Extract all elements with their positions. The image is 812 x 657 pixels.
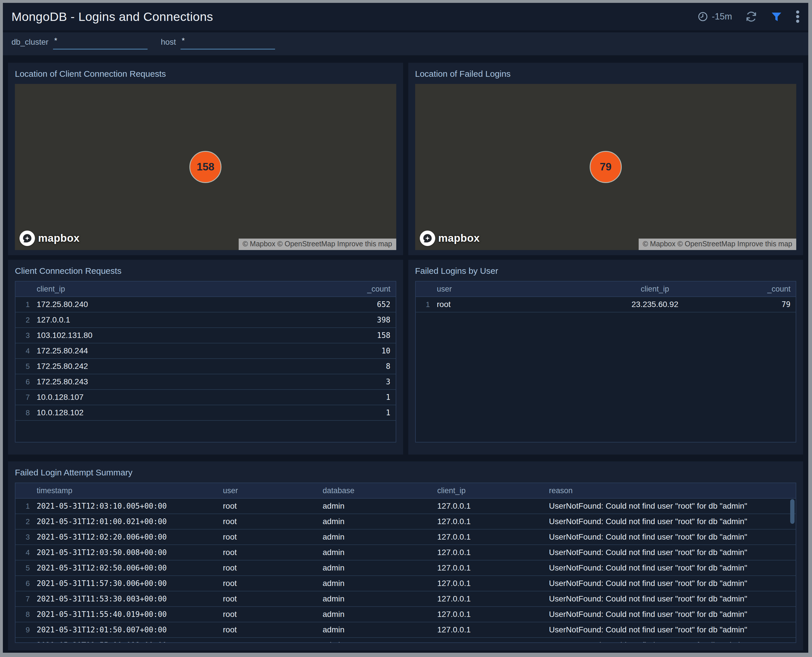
- marker-count: 79: [600, 161, 611, 173]
- failed-logins-map-canvas[interactable]: 79 mapbox © Mapbox © OpenStreetMap Impro…: [415, 84, 796, 250]
- row-number: 2: [16, 517, 34, 526]
- mapbox-logo-link[interactable]: mapbox: [19, 230, 79, 246]
- cell-client-ip: 127.0.0.1: [34, 315, 333, 324]
- column-header-user: user: [434, 285, 577, 294]
- row-number: 5: [16, 362, 34, 371]
- refresh-icon: [745, 11, 757, 23]
- row-number: 6: [16, 377, 34, 386]
- kebab-menu-icon: [796, 10, 800, 23]
- cell-client-ip: 127.0.0.1: [437, 501, 549, 511]
- page-title: MongoDB - Logins and Connections: [11, 10, 213, 24]
- panel-title: Failed Login Attempt Summary: [15, 468, 796, 478]
- table-row: 8 2021-05-31T11:55:40.019+00:00 root adm…: [16, 607, 796, 622]
- summary-scrollbar-thumb[interactable]: [790, 499, 795, 524]
- cell-count: 3: [333, 377, 396, 386]
- row-number: 9: [16, 626, 34, 634]
- time-range-control[interactable]: -15m: [698, 11, 732, 22]
- table-row: 9 2021-05-31T12:01:50.007+00:00 root adm…: [16, 622, 796, 638]
- cell-timestamp: 2021-05-31T12:01:50.007+00:00: [34, 626, 223, 634]
- cell-reason: UserNotFound: Could not find user "root"…: [549, 625, 796, 634]
- cell-client-ip: 127.0.0.1: [437, 610, 549, 619]
- cell-client-ip: 127.0.0.1: [437, 517, 549, 526]
- db-cluster-label: db_cluster: [11, 36, 48, 47]
- table-row: 3 2021-05-31T12:02:20.006+00:00 root adm…: [16, 529, 796, 545]
- more-menu-button[interactable]: [796, 10, 800, 23]
- table-row: 1 root 23.235.60.92 79: [416, 297, 796, 313]
- row-number: 6: [16, 579, 34, 588]
- cell-client-ip: 127.0.0.1: [437, 579, 549, 588]
- panel-failed-login-summary: Failed Login Attempt Summary timestamp u…: [8, 461, 803, 651]
- map-cluster-marker[interactable]: 79: [590, 151, 622, 183]
- panel-failed-logins-by-user: Failed Logins by User user client_ip _co…: [408, 260, 803, 455]
- table-row: 7 2021-05-31T11:53:30.003+00:00 root adm…: [16, 592, 796, 607]
- cell-timestamp: 2021-05-31T12:03:10.005+00:00: [34, 502, 223, 511]
- row-number: 1: [16, 300, 34, 309]
- panel-title: Client Connection Requests: [15, 266, 396, 276]
- cell-count: 79: [733, 300, 796, 309]
- cell-count: 398: [333, 316, 396, 324]
- cell-client-ip: 127.0.0.1: [437, 548, 549, 557]
- filter-button[interactable]: [770, 11, 782, 23]
- cell-client-ip: 127.0.0.1: [437, 532, 549, 542]
- row-number: 4: [16, 548, 34, 557]
- cell-reason: UserNotFound: Could not find user "root"…: [549, 532, 796, 542]
- map-cluster-marker[interactable]: 158: [189, 151, 221, 183]
- panel-client-connection-requests: Client Connection Requests client_ip _co…: [8, 260, 403, 455]
- tables-row: Client Connection Requests client_ip _co…: [8, 260, 803, 455]
- cell-reason: UserNotFound: Could not find user "root"…: [549, 579, 796, 588]
- db-cluster-input[interactable]: [53, 36, 148, 50]
- table-header-row: timestamp user database client_ip reason: [16, 483, 796, 499]
- mapbox-wordmark: mapbox: [38, 232, 79, 244]
- cell-count: 10: [333, 347, 396, 355]
- map-attribution[interactable]: © Mapbox © OpenStreetMap Improve this ma…: [238, 238, 396, 250]
- table-row: 3 103.102.131.80 158: [16, 328, 396, 343]
- column-header-count: _count: [333, 285, 396, 294]
- panel-title: Location of Client Connection Requests: [15, 69, 396, 79]
- cell-database: admin: [323, 532, 437, 542]
- summary-scrollbar-track[interactable]: [790, 499, 795, 641]
- row-number: 1: [416, 300, 434, 309]
- cell-reason: UserNotFound: Could not find user "root"…: [549, 517, 796, 526]
- column-header-database: database: [323, 486, 437, 495]
- cell-client-ip: 172.25.80.244: [34, 346, 333, 355]
- clock-icon: [698, 11, 708, 22]
- cell-client-ip: 172.25.80.243: [34, 377, 333, 386]
- panel-location-failed-logins: Location of Failed Logins 79 mapbox: [408, 63, 803, 255]
- table-row: 2 2021-05-31T12:01:00.021+00:00 root adm…: [16, 514, 796, 529]
- row-number: 8: [16, 610, 34, 619]
- cell-timestamp: 2021-05-31T12:03:50.008+00:00: [34, 548, 223, 557]
- column-header-timestamp: timestamp: [34, 486, 223, 495]
- cell-client-ip: 127.0.0.1: [437, 594, 549, 603]
- cell-user: root: [223, 564, 323, 573]
- table-row: 5 2021-05-31T12:02:50.006+00:00 root adm…: [16, 560, 796, 576]
- table-row: 5 172.25.80.242 8: [16, 359, 396, 374]
- cell-client-ip: 172.25.80.240: [34, 300, 333, 309]
- column-header-client-ip: client_ip: [34, 285, 333, 294]
- table-row: 1 172.25.80.240 652: [16, 297, 396, 313]
- table-row: 4 2021-05-31T12:03:50.008+00:00 root adm…: [16, 545, 796, 560]
- cell-client-ip: 23.235.60.92: [577, 300, 733, 309]
- dashboard-header: MongoDB - Logins and Connections -15m: [3, 3, 808, 30]
- cell-timestamp: 2021-05-31T11:53:30.003+00:00: [34, 595, 223, 603]
- mapbox-pin-icon: [19, 230, 35, 246]
- table-header-row: user client_ip _count: [416, 282, 796, 297]
- row-number: 4: [16, 347, 34, 355]
- mapbox-logo-link[interactable]: mapbox: [420, 230, 480, 246]
- mapbox-pin-icon: [420, 230, 435, 246]
- maps-row: Location of Client Connection Requests 1…: [8, 63, 803, 255]
- map-attribution[interactable]: © Mapbox © OpenStreetMap Improve this ma…: [639, 238, 796, 250]
- table-row: 10 2021-05-31T11:55:10.018+00:00 root ad…: [16, 638, 796, 643]
- row-number: 5: [16, 564, 34, 573]
- row-number: 2: [16, 316, 34, 324]
- refresh-button[interactable]: [745, 11, 757, 23]
- cell-user: root: [223, 594, 323, 603]
- connections-map-canvas[interactable]: 158 mapbox © Mapbox © OpenStreetMap Impr…: [15, 84, 396, 250]
- table-row: 6 2021-05-31T11:57:30.006+00:00 root adm…: [16, 576, 796, 592]
- cell-database: admin: [323, 625, 437, 634]
- cell-client-ip: 172.25.80.242: [34, 362, 333, 371]
- time-range-label: -15m: [712, 11, 732, 22]
- filter-bar: db_cluster host: [3, 33, 808, 55]
- column-header-count: _count: [733, 285, 796, 294]
- host-input[interactable]: [181, 36, 275, 50]
- cell-timestamp: 2021-05-31T11:55:40.019+00:00: [34, 610, 223, 619]
